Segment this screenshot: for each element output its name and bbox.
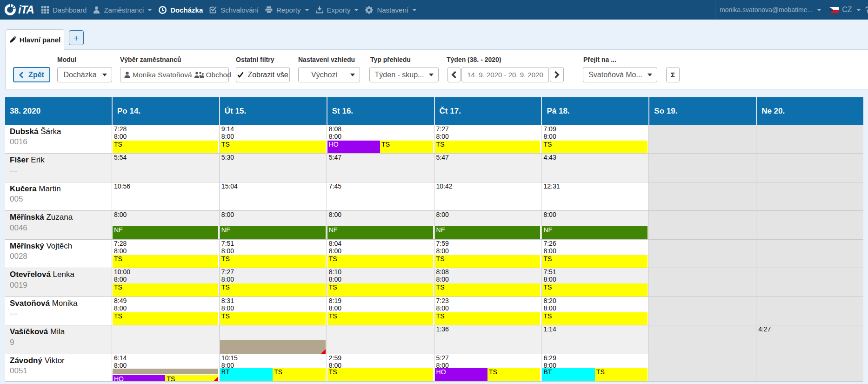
day-cell[interactable]: 7:238:00TS xyxy=(434,297,541,325)
language-caret-icon[interactable] xyxy=(856,9,861,11)
nav-item-zamestnanci[interactable]: Zaměstnanci xyxy=(90,0,155,20)
day-cell[interactable] xyxy=(648,125,756,154)
employee-name-cell[interactable]: Závodný Viktor0051 xyxy=(5,354,112,381)
day-cell[interactable]: 9:148:00TS xyxy=(219,125,327,154)
day-cell[interactable]: 5:47 xyxy=(327,154,434,182)
next-week-button[interactable] xyxy=(550,67,564,82)
band-ts[interactable]: TS xyxy=(220,255,326,268)
day-cell[interactable]: 7:288:00TS xyxy=(112,125,219,154)
day-cell[interactable]: 7:278:00TS xyxy=(219,268,327,296)
band-ts[interactable]: TS xyxy=(113,283,218,296)
employee-name-cell[interactable]: Vašíčková Mila9 xyxy=(5,325,112,354)
day-cell[interactable]: 7:518:00TS xyxy=(219,240,327,268)
day-cell[interactable]: 15:04 xyxy=(219,182,327,211)
add-tab-button[interactable]: + xyxy=(69,30,84,45)
band-ts[interactable]: TS xyxy=(542,312,648,325)
band-ts[interactable]: TS xyxy=(487,368,540,381)
nav-item-reporty[interactable]: Reporty xyxy=(262,0,313,20)
day-cell[interactable]: 8:318:00TS xyxy=(219,297,327,325)
day-cell[interactable] xyxy=(756,268,863,296)
band-bt[interactable]: BT xyxy=(542,368,594,381)
day-cell[interactable] xyxy=(648,325,756,354)
week-range-input[interactable]: 14. 9. 2020 - 20. 9. 2020 xyxy=(461,67,549,82)
band-ts[interactable]: TS xyxy=(542,283,648,296)
band-ne[interactable]: NE xyxy=(113,226,218,239)
day-cell[interactable]: 5:54 xyxy=(112,154,219,182)
employee-name-cell[interactable]: Měřínský Vojtěch0028 xyxy=(5,240,112,268)
day-cell[interactable] xyxy=(756,240,863,268)
user-menu[interactable]: monika.svatonova@mobatime... xyxy=(720,6,813,13)
employee-name-cell[interactable]: Fišer Erik--- xyxy=(5,154,112,182)
nav-item-dochazka[interactable]: Docházka xyxy=(155,0,206,20)
band-ts[interactable]: TS xyxy=(435,312,541,325)
back-button[interactable]: Zpět xyxy=(13,67,50,82)
band-abs-unlabeled[interactable] xyxy=(220,340,326,354)
app-logo[interactable]: iTA xyxy=(0,0,38,20)
day-cell[interactable]: 7:518:00TS xyxy=(541,268,648,296)
tab-main-panel[interactable]: Hlavní panel xyxy=(6,29,64,50)
band-ho[interactable]: HO xyxy=(327,141,380,154)
day-cell[interactable]: 7:268:00TS xyxy=(541,240,648,268)
employee-name-cell[interactable]: Dubská Šárka0016 xyxy=(5,125,112,154)
day-cell[interactable] xyxy=(756,182,863,211)
employee-selector[interactable]: Monika Svatoňová Obchod xyxy=(120,67,229,82)
band-ts[interactable]: TS xyxy=(273,368,325,381)
band-ne[interactable]: NE xyxy=(220,226,326,239)
day-cell[interactable] xyxy=(648,268,756,296)
nav-item-schvalovani[interactable]: Schvalování xyxy=(206,0,262,20)
day-cell[interactable]: 8:00NE xyxy=(327,211,434,239)
day-cell[interactable]: 8:00NE xyxy=(219,211,327,239)
day-cell[interactable]: 5:30 xyxy=(219,154,327,182)
day-cell[interactable] xyxy=(756,297,863,325)
band-ne[interactable]: NE xyxy=(435,226,541,239)
band-ne[interactable]: NE xyxy=(327,226,433,239)
day-cell[interactable]: 10:42 xyxy=(434,182,541,211)
day-cell[interactable] xyxy=(756,125,863,154)
day-cell[interactable]: 1:14 xyxy=(541,325,648,354)
band-ts[interactable]: TS xyxy=(542,255,648,268)
day-cell[interactable] xyxy=(756,354,863,381)
day-cell[interactable]: 1:36 xyxy=(434,325,541,354)
day-cell[interactable]: 2:598:00TS xyxy=(327,354,434,381)
day-cell[interactable]: 8:208:00TS xyxy=(541,297,648,325)
show-all-button[interactable]: Zobrazit vše xyxy=(236,67,290,82)
band-ne[interactable]: NE xyxy=(542,226,648,239)
day-cell[interactable]: 8:00NE xyxy=(434,211,541,239)
day-cell[interactable]: 8:00NE xyxy=(112,211,219,239)
day-cell[interactable] xyxy=(648,354,756,381)
view-type-select[interactable]: Týden - skup... xyxy=(369,67,439,82)
day-cell[interactable]: 7:278:00TS xyxy=(434,125,541,154)
day-cell[interactable]: 6:298:00BTTS xyxy=(541,354,648,381)
prev-week-button[interactable] xyxy=(447,67,461,82)
band-ts[interactable]: TS xyxy=(327,368,433,381)
module-select[interactable]: Docházka xyxy=(57,67,112,82)
band-ts[interactable]: TS xyxy=(113,312,218,325)
goto-select[interactable]: Svatoňová Mo... xyxy=(583,67,657,82)
day-cell[interactable] xyxy=(648,211,756,239)
employee-name-cell[interactable]: Měřínská Zuzana0046 xyxy=(5,211,112,239)
nav-item-nastaveni[interactable]: Nastavení xyxy=(362,0,420,20)
day-cell[interactable] xyxy=(648,240,756,268)
nav-item-exporty[interactable]: Exporty xyxy=(313,0,362,20)
band-ho[interactable]: HO xyxy=(435,368,487,381)
day-cell[interactable]: 8:00NE xyxy=(541,211,648,239)
day-cell[interactable]: 8:088:00TS xyxy=(434,268,541,296)
day-cell[interactable] xyxy=(756,154,863,182)
day-cell[interactable] xyxy=(219,325,327,354)
day-cell[interactable] xyxy=(112,325,219,354)
day-cell[interactable]: 7:098:00TS xyxy=(541,125,648,154)
day-cell[interactable] xyxy=(327,325,434,354)
day-cell[interactable] xyxy=(756,211,863,239)
band-ts[interactable]: TS xyxy=(435,283,541,296)
day-cell[interactable]: 10:158:00BTTS xyxy=(219,354,327,381)
day-cell[interactable]: 6:148:00HOTS xyxy=(112,354,219,381)
day-cell[interactable]: 10:008:00TS xyxy=(112,268,219,296)
band-ts[interactable]: TS xyxy=(595,368,648,381)
band-ts[interactable]: TS xyxy=(435,141,541,154)
band-ts[interactable]: TS xyxy=(327,255,433,268)
language-selector[interactable]: CZ xyxy=(842,6,852,14)
day-cell[interactable]: 7:45 xyxy=(327,182,434,211)
band-ts[interactable]: TS xyxy=(220,141,326,154)
day-cell[interactable]: 12:31 xyxy=(541,182,648,211)
day-cell[interactable]: 5:47 xyxy=(434,154,541,182)
